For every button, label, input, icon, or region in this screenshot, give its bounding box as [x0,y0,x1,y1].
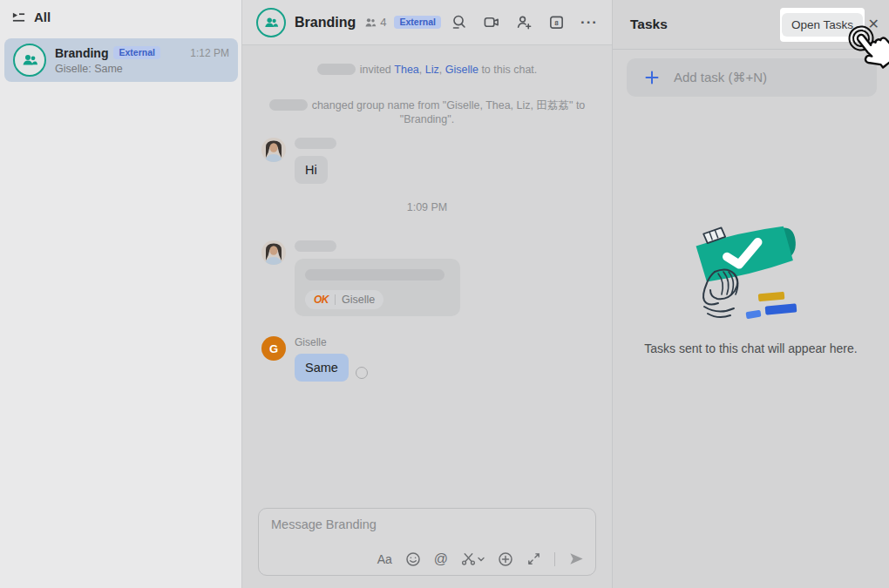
time-divider: 1:09 PM [242,201,612,213]
open-tasks-button[interactable]: Open Tasks [782,13,863,37]
member-link-giselle[interactable]: Giselle [445,64,478,76]
redacted-text [305,269,444,280]
add-member-icon[interactable] [516,14,533,30]
add-task-button[interactable]: Add task (⌘+N) [627,58,877,97]
message-input[interactable] [271,517,583,531]
attach-plus-icon[interactable] [498,551,513,567]
read-status-icon [356,367,368,379]
chat-item-body: Branding External 1:12 PM Giselle: Same [55,46,229,75]
tasks-empty-text: Tasks sent to this chat will appear here… [613,341,889,355]
message-bubble[interactable]: Same [295,354,349,382]
calendar-icon[interactable]: 8 [548,14,565,30]
group-avatar [13,44,46,77]
reaction-user: Giselle [342,294,375,306]
ok-emoji-icon: OK [314,294,329,306]
reaction-divider [335,294,336,305]
send-icon[interactable] [568,551,585,567]
tasks-panel: Tasks Open Tasks ✕ Add task (⌘+N) [612,0,889,588]
composer-divider [554,552,555,566]
text-format-icon[interactable]: Aa [377,552,392,566]
chat-title: Branding [295,15,356,30]
svg-text:8: 8 [554,19,559,27]
chat-column: Branding 4 External [242,0,612,588]
tasks-title: Tasks [630,17,668,32]
redacted-sender [317,64,356,75]
mention-icon[interactable]: @ [434,551,448,567]
redacted-name [295,240,336,252]
screenshot-icon[interactable] [461,551,485,566]
message-bubble[interactable]: OK Giselle [295,259,460,316]
external-badge: External [394,16,440,30]
redacted-name [295,138,336,149]
members-icon [364,17,377,29]
message-hi: Hi [261,138,336,184]
tutorial-spotlight: Open Tasks [780,8,865,42]
avatar-giselle[interactable]: G [261,336,286,361]
sidebar: All Branding External 1:12 PM Giselle: S… [0,0,242,588]
chevron-down-icon [478,557,485,562]
member-count[interactable]: 4 [364,16,386,29]
emoji-icon[interactable] [405,551,421,567]
external-badge: External [113,46,159,60]
search-icon[interactable] [451,14,467,30]
sender-name: Giselle [295,336,368,348]
chat-item-time: 1:12 PM [190,47,229,59]
chat-item-title: Branding [55,46,108,60]
reaction-pill[interactable]: OK Giselle [305,290,383,309]
video-call-icon[interactable] [483,14,500,30]
system-message-renamed: changed group name from "Giselle, Thea, … [242,98,612,125]
message-bubble[interactable]: Hi [295,156,328,184]
chat-header: Branding 4 External [242,0,612,45]
avatar-thea[interactable] [261,138,286,162]
system-message-invited: invited Thea, Liz, Giselle to this chat. [242,64,612,76]
member-link-thea[interactable]: Thea [394,64,419,76]
sidebar-title: All [34,10,51,24]
add-task-label: Add task (⌘+N) [674,70,767,85]
more-icon[interactable]: ··· [580,15,598,30]
avatar-thea[interactable] [261,240,286,265]
filter-icon[interactable] [11,10,26,24]
sidebar-header: All [11,10,51,24]
expand-icon[interactable] [526,551,541,566]
redacted-sender [269,99,308,111]
member-count-value: 4 [380,16,386,29]
message-redacted: OK Giselle [261,240,460,316]
member-link-liz[interactable]: Liz [425,64,439,76]
plus-icon [644,70,660,85]
message-same: G Giselle Same [261,336,368,382]
tasks-empty-illustration [673,220,830,335]
close-icon[interactable]: ✕ [868,16,879,32]
composer: Aa @ [258,508,596,576]
chat-avatar [256,8,286,37]
chat-list-item-branding[interactable]: Branding External 1:12 PM Giselle: Same [4,38,238,82]
chat-item-preview: Giselle: Same [55,63,229,75]
